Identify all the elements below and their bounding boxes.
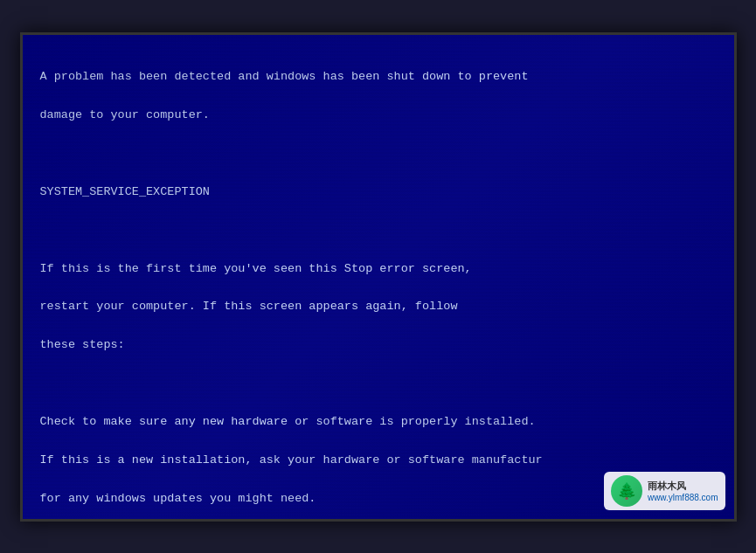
text-line5: restart your computer. If this screen ap… bbox=[40, 300, 458, 313]
bsod-screen: A problem has been detected and windows … bbox=[20, 32, 737, 522]
bsod-text: A problem has been detected and windows … bbox=[23, 35, 734, 522]
watermark: 🌲 雨林木风 www.ylmf888.com bbox=[604, 472, 725, 510]
text-line1: A problem has been detected and windows … bbox=[40, 70, 529, 83]
line-3: SYSTEM_SERVICE_EXCEPTION bbox=[40, 183, 717, 202]
text-line8: If this is a new installation, ask your … bbox=[40, 453, 543, 467]
blank-3 bbox=[40, 375, 717, 393]
line-8: If this is a new installation, ask your … bbox=[40, 452, 717, 470]
line-6: these steps: bbox=[40, 336, 717, 355]
line-7: Check to make sure any new hardware or s… bbox=[40, 413, 717, 432]
watermark-site: www.ylmf888.com bbox=[648, 493, 718, 502]
text-line2: damage to your computer. bbox=[40, 108, 210, 121]
line-4: If this is the first time you've seen th… bbox=[40, 260, 717, 279]
watermark-text-container: 雨林木风 www.ylmf888.com bbox=[648, 480, 718, 502]
text-line3: SYSTEM_SERVICE_EXCEPTION bbox=[40, 185, 210, 198]
line-1: A problem has been detected and windows … bbox=[40, 68, 717, 86]
line-5: restart your computer. If this screen ap… bbox=[40, 298, 717, 316]
line-2: damage to your computer. bbox=[40, 107, 717, 125]
blank-2 bbox=[40, 222, 717, 240]
blank-1 bbox=[40, 145, 717, 163]
text-line4: If this is the first time you've seen th… bbox=[40, 262, 472, 275]
text-line7: Check to make sure any new hardware or s… bbox=[40, 415, 536, 428]
watermark-brand: 雨林木风 bbox=[648, 480, 718, 493]
text-line9: for any windows updates you might need. bbox=[40, 492, 316, 505]
watermark-logo: 🌲 bbox=[611, 475, 642, 507]
text-line6: these steps: bbox=[40, 338, 125, 351]
